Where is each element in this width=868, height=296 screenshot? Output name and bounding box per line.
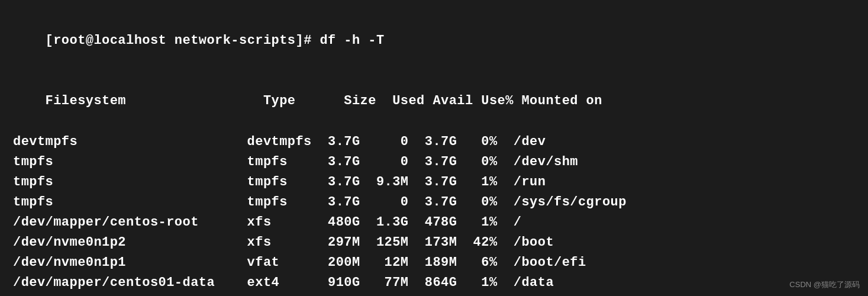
table-row: /dev/nvme0n1p1 vfat 200M 12M 189M 6% /bo… [13,253,855,273]
terminal-window: [root@localhost network-scripts]# df -h … [0,0,868,296]
prompt-command: [root@localhost network-scripts]# df -h … [46,33,385,48]
watermark: CSDN @猫吃了源码 [789,279,860,290]
table-row: tmpfs tmpfs 752M 0 752M 0% /run/user/0 [13,293,855,296]
table-row: devtmpfs devtmpfs 3.7G 0 3.7G 0% /dev [13,132,855,152]
table-row: tmpfs tmpfs 3.7G 0 3.7G 0% /dev/shm [13,152,855,172]
table-row: /dev/nvme0n1p2 xfs 297M 125M 173M 42% /b… [13,233,855,253]
table-row: tmpfs tmpfs 3.7G 0 3.7G 0% /sys/fs/cgrou… [13,192,855,213]
command-line: [root@localhost network-scripts]# df -h … [13,11,855,71]
table-row: /dev/mapper/centos-root xfs 480G 1.3G 47… [13,213,855,233]
table-row: /dev/mapper/centos01-data ext4 910G 77M … [13,273,855,293]
df-header: Filesystem Type Size Used Avail Use% Mou… [13,71,855,131]
table-row: tmpfs tmpfs 3.7G 9.3M 3.7G 1% /run [13,172,855,192]
header-text: Filesystem Type Size Used Avail Use% Mou… [46,94,602,108]
df-output: devtmpfs devtmpfs 3.7G 0 3.7G 0% /devtmp… [13,132,855,296]
